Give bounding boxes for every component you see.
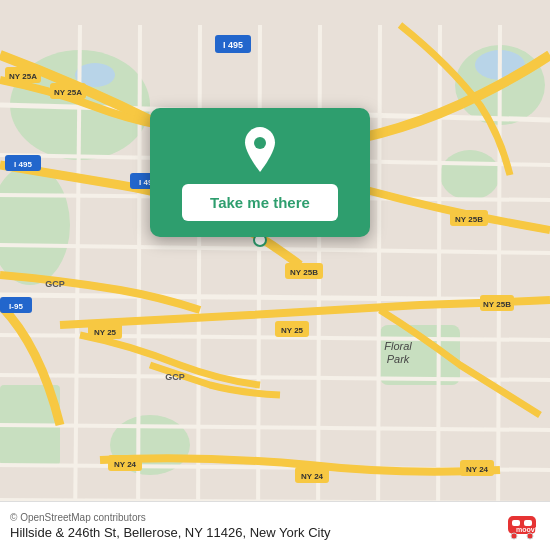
svg-text:NY 25B: NY 25B — [483, 300, 511, 309]
svg-line-25 — [378, 25, 380, 525]
svg-text:NY 25: NY 25 — [281, 326, 304, 335]
bottom-bar: © OpenStreetMap contributors Hillside & … — [0, 501, 550, 550]
location-pin-icon — [240, 127, 280, 173]
svg-text:NY 25A: NY 25A — [9, 72, 37, 81]
svg-line-23 — [258, 25, 260, 525]
svg-text:NY 24: NY 24 — [301, 472, 324, 481]
svg-text:GCP: GCP — [45, 279, 65, 289]
svg-line-26 — [438, 25, 440, 525]
svg-point-65 — [511, 533, 517, 539]
moovit-logo: moovit — [506, 510, 538, 542]
svg-text:NY 25B: NY 25B — [455, 215, 483, 224]
bottom-left: © OpenStreetMap contributors Hillside & … — [10, 512, 331, 540]
svg-text:Park: Park — [387, 353, 410, 365]
svg-text:GCP: GCP — [165, 372, 185, 382]
svg-text:I 495: I 495 — [14, 160, 32, 169]
location-icon-wrap — [236, 126, 284, 174]
svg-point-61 — [254, 137, 266, 149]
svg-text:moovit: moovit — [516, 526, 538, 533]
svg-text:NY 24: NY 24 — [466, 465, 489, 474]
moovit-icon: moovit — [506, 510, 538, 542]
svg-point-4 — [440, 150, 500, 200]
svg-text:I-95: I-95 — [9, 302, 23, 311]
address-text: Hillside & 246th St, Bellerose, NY 11426… — [10, 525, 331, 540]
svg-text:NY 25B: NY 25B — [290, 268, 318, 277]
svg-line-22 — [198, 25, 200, 525]
svg-line-21 — [138, 25, 140, 525]
svg-text:NY 24: NY 24 — [114, 460, 137, 469]
map-container: I 495 NY 25A NY 25A I 495 I 495 I-95 GCP… — [0, 0, 550, 550]
popup-card: Take me there — [150, 108, 370, 237]
copyright-text: © OpenStreetMap contributors — [10, 512, 331, 523]
svg-text:I 495: I 495 — [223, 40, 243, 50]
svg-text:NY 25A: NY 25A — [54, 88, 82, 97]
svg-text:NY 25: NY 25 — [94, 328, 117, 337]
map-background: I 495 NY 25A NY 25A I 495 I 495 I-95 GCP… — [0, 0, 550, 550]
svg-text:Floral: Floral — [384, 340, 412, 352]
svg-line-27 — [498, 25, 500, 525]
take-me-there-button[interactable]: Take me there — [182, 184, 338, 221]
svg-point-66 — [527, 533, 533, 539]
